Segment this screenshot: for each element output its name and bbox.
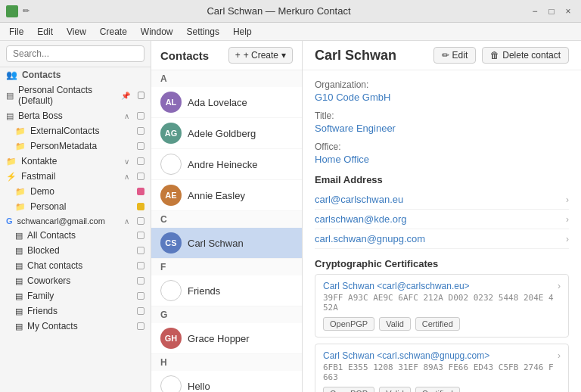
cert-arrow-0: › [558, 281, 561, 291]
sidebar-item-family[interactable]: ▤ Family [0, 288, 151, 303]
minimize-button[interactable]: − [528, 6, 542, 17]
menu-help[interactable]: Help [227, 25, 258, 39]
email-row-2[interactable]: carl.schwan@gnupg.com › [315, 229, 569, 249]
contacts-list: A AL Ada Lovelace AG Adele Goldberg Andr… [151, 70, 302, 392]
sidebar-item-friends[interactable]: ▤ Friends [0, 303, 151, 319]
friends-dot [137, 307, 144, 315]
chat-dot [137, 262, 144, 269]
cert-section: Cryptographic Certificates Carl Schwan <… [315, 258, 569, 392]
app-icon [6, 5, 18, 17]
sidebar-item-personal[interactable]: 📁 Personal [0, 199, 151, 214]
create-chevron-icon: ▾ [281, 50, 286, 61]
contact-name-grace: Grace Hopper [188, 333, 250, 344]
contact-andre-heinecke[interactable]: Andre Heinecke [151, 149, 302, 180]
friends-icon: ▤ [15, 306, 23, 316]
sidebar-item-chat[interactable]: ▤ Chat contacts [0, 258, 151, 273]
maximize-button[interactable]: □ [545, 6, 558, 17]
contact-ada-lovelace[interactable]: AL Ada Lovelace [151, 87, 302, 118]
external-dot [137, 127, 144, 135]
plus-icon: + [235, 50, 241, 61]
berta-icon: ▤ [6, 111, 14, 121]
avatar-andre [160, 154, 182, 175]
sidebar-item-my-contacts[interactable]: ▤ My Contacts [0, 319, 151, 334]
close-button[interactable]: × [561, 6, 575, 17]
sidebar-item-blocked[interactable]: ▤ Blocked [0, 243, 151, 258]
menu-window[interactable]: Window [135, 25, 179, 39]
menu-settings[interactable]: Settings [181, 25, 225, 39]
all-dot [137, 232, 144, 239]
email-row-0[interactable]: carl@carlschwan.eu › [315, 190, 569, 210]
sidebar-item-gmail[interactable]: G schwancarl@gmail.com ∧ [0, 214, 151, 228]
contact-name-carl: Carl Schwan [188, 238, 244, 249]
search-input[interactable] [6, 45, 144, 62]
sidebar-item-external-contacts[interactable]: 📁 ExternalContacts [0, 123, 151, 138]
cert-badge-openpgp-1[interactable]: OpenPGP [323, 387, 374, 392]
folder2-icon: 📁 [15, 142, 26, 151]
kontakte-dot [137, 157, 144, 165]
cert-fingerprint-1: 6FB1 E355 1208 31EF 89A3 FE66 ED43 C5FB … [323, 362, 558, 382]
detail-name: Carl Schwan [315, 48, 396, 64]
contact-hello[interactable]: Hello [151, 371, 302, 392]
sidebar-item-contacts[interactable]: 👥 Contacts [0, 67, 151, 82]
fastmail-dot [137, 173, 144, 180]
menu-create[interactable]: Create [94, 25, 133, 39]
contact-friends[interactable]: Friends [151, 275, 302, 306]
mycontacts-dot [137, 322, 144, 330]
create-button[interactable]: + + Create ▾ [228, 47, 293, 64]
gmail-dot [137, 217, 144, 225]
kontakte-expand: ∨ [124, 157, 129, 166]
detail-panel: Carl Schwan ✏ Edit 🗑 Delete contact Orga… [303, 41, 581, 392]
menu-edit[interactable]: Edit [31, 25, 59, 39]
edit-button[interactable]: ✏ Edit [433, 47, 477, 64]
avatar-carl: CS [160, 232, 182, 254]
cert-badge-openpgp-0[interactable]: OpenPGP [323, 317, 374, 331]
cert-badge-valid-1[interactable]: Valid [379, 387, 411, 392]
contact-name-andre: Andre Heinecke [188, 159, 258, 170]
sidebar-item-person-metadata[interactable]: 📁 PersonMetadata [0, 138, 151, 154]
sidebar-item-demo[interactable]: 📁 Demo [0, 184, 151, 199]
email-address-0: carl@carlschwan.eu [315, 194, 403, 205]
cert-badge-certified-0[interactable]: Certified [415, 317, 460, 331]
cert-badges-0: OpenPGP Valid Certified [323, 317, 558, 331]
contact-annie-easley[interactable]: AE Annie Easley [151, 180, 302, 211]
sidebar-item-coworkers[interactable]: ▤ Coworkers [0, 273, 151, 288]
cert-name-1: Carl Schwan <carl.schwan@gnupg.com> [323, 350, 558, 361]
coworkers-icon: ▤ [15, 276, 23, 286]
demo-dot [137, 188, 144, 195]
contact-grace-hopper[interactable]: GH Grace Hopper [151, 323, 302, 354]
cert-block-0: Carl Schwan <carl@carlschwan.eu> 39FF A9… [315, 274, 569, 338]
google-icon: G [6, 216, 13, 226]
chevron-icon-2: › [566, 234, 569, 244]
sidebar-item-berta[interactable]: ▤ Berta Boss ∧ [0, 108, 151, 123]
cert-badge-certified-1[interactable]: Certified [415, 387, 460, 392]
cert-block-inner-1: Carl Schwan <carl.schwan@gnupg.com> 6FB1… [323, 350, 561, 392]
titlebar-controls: − □ × [528, 6, 575, 17]
email-address-1: carlschwan@kde.org [315, 213, 407, 225]
field-title: Title: Software Engineer [315, 110, 569, 134]
menu-view[interactable]: View [61, 25, 92, 39]
organization-value: G10 Code GmbH [315, 92, 569, 103]
personal-dot [137, 203, 144, 210]
coworkers-dot [137, 277, 144, 285]
email-row-1[interactable]: carlschwan@kde.org › [315, 210, 569, 229]
menu-file[interactable]: File [3, 25, 30, 39]
contacts-panel: Contacts + + Create ▾ A AL Ada Lovelace … [151, 41, 303, 392]
personal-icon: 📁 [15, 202, 26, 212]
family-icon: ▤ [15, 291, 23, 301]
avatar-friends [160, 280, 182, 301]
sidebar-item-kontakte[interactable]: 📁 Kontakte ∨ [0, 154, 151, 169]
personmeta-dot [137, 142, 144, 150]
cert-badge-valid-0[interactable]: Valid [379, 317, 411, 331]
contact-adele-goldberg[interactable]: AG Adele Goldberg [151, 118, 302, 149]
detail-body: Organization: G10 Code GmbH Title: Softw… [303, 70, 581, 392]
sidebar-item-personal-contacts[interactable]: ▤ Personal Contacts (Default) 📌 [0, 82, 151, 108]
sidebar-item-fastmail[interactable]: ⚡ Fastmail ∧ [0, 169, 151, 184]
contact-carl-schwan[interactable]: CS Carl Schwan [151, 228, 302, 259]
sidebar-item-all-contacts[interactable]: ▤ All Contacts [0, 228, 151, 243]
alpha-g: G [151, 306, 302, 323]
personal-contacts-dot [138, 92, 144, 99]
alpha-f: F [151, 259, 302, 275]
fastmail-icon: ⚡ [6, 172, 17, 182]
cert-name-0: Carl Schwan <carl@carlschwan.eu> [323, 281, 558, 291]
delete-button[interactable]: 🗑 Delete contact [482, 47, 569, 64]
